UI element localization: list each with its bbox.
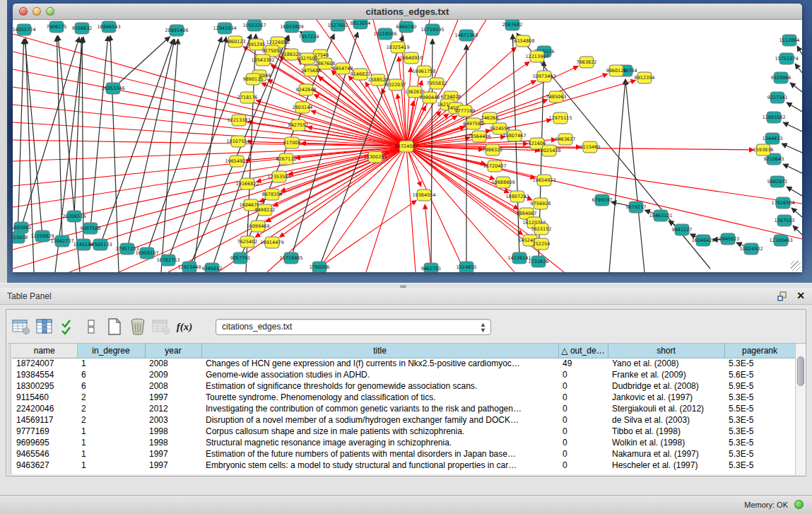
- horizontal-splitter[interactable]: [0, 283, 812, 288]
- table-cell[interactable]: 0: [558, 414, 608, 426]
- graph-node[interactable]: 9777169: [455, 105, 476, 117]
- graph-node[interactable]: 1527602: [328, 20, 348, 31]
- graph-node[interactable]: 9097588: [81, 223, 101, 234]
- table-row[interactable]: 969969511998Structural magnetic resonanc…: [12, 437, 795, 448]
- table-row[interactable]: 911546021997Tourette syndrome. Phenomeno…: [12, 392, 795, 403]
- table-cell[interactable]: 9777169: [12, 426, 77, 437]
- graph-node[interactable]: 15751074: [775, 53, 798, 64]
- graph-node[interactable]: 9860125: [606, 65, 627, 76]
- graph-node[interactable]: 6799197: [592, 194, 613, 206]
- graph-node[interactable]: 16782753: [156, 255, 180, 266]
- table-cell[interactable]: 1: [77, 448, 145, 460]
- graph-node[interactable]: 7955812: [427, 78, 447, 89]
- table-row[interactable]: 946362711997Embryonic stem cells: a mode…: [12, 460, 795, 471]
- table-cell[interactable]: 0: [558, 403, 608, 414]
- table-cell[interactable]: 9465546: [12, 448, 77, 460]
- table-cell[interactable]: 5.5E-5: [724, 403, 795, 414]
- network-window-titlebar[interactable]: citations_edges.txt: [13, 4, 802, 20]
- function-builder-icon[interactable]: f(x): [174, 316, 195, 337]
- table-cell[interactable]: Yano et al. (2008): [608, 358, 724, 369]
- row-height-icon[interactable]: [81, 316, 102, 337]
- close-panel-icon[interactable]: ✕: [796, 290, 805, 301]
- table-cell[interactable]: 0: [558, 380, 608, 392]
- table-cell[interactable]: 2008: [145, 380, 201, 392]
- table-cell[interactable]: 2: [77, 392, 145, 403]
- graph-node[interactable]: 8427552: [288, 119, 309, 131]
- table-cell[interactable]: 18300295: [12, 380, 77, 392]
- graph-node[interactable]: 7906175: [47, 21, 67, 33]
- graph-node[interactable]: 9329966: [771, 72, 792, 83]
- graph-node[interactable]: 2803144: [293, 102, 313, 113]
- table-cell[interactable]: 0: [558, 392, 608, 403]
- graph-node[interactable]: 3475685: [301, 65, 322, 76]
- table-cell[interactable]: 1998: [145, 437, 201, 448]
- table-cell[interactable]: 1: [77, 460, 145, 471]
- graph-node[interactable]: 10553267: [242, 20, 266, 31]
- table-cell[interactable]: 14569117: [12, 414, 77, 426]
- table-cell[interactable]: 2003: [145, 414, 201, 426]
- new-table-icon[interactable]: [104, 316, 125, 337]
- table-cell[interactable]: 9115460: [12, 392, 77, 403]
- table-scrollbar[interactable]: [795, 344, 805, 475]
- table-cell[interactable]: 1998: [145, 426, 201, 437]
- graph-node[interactable]: 9498222: [255, 204, 276, 216]
- graph-node[interactable]: 12353584: [267, 171, 290, 182]
- window-resize-grip[interactable]: [791, 261, 801, 271]
- graph-node[interactable]: 5692971: [767, 176, 788, 187]
- graph-node[interactable]: 16846543: [97, 21, 120, 33]
- graph-node[interactable]: 14671368: [454, 30, 478, 41]
- table-cell[interactable]: Genome-wide association studies in ADHD.: [201, 369, 558, 380]
- table-cell[interactable]: de Silva et al. (2003): [608, 414, 724, 426]
- table-cell[interactable]: 5.3E-5: [724, 358, 795, 369]
- table-settings-icon[interactable]: [11, 316, 32, 337]
- table-cell[interactable]: 49: [558, 358, 608, 369]
- table-cell[interactable]: Investigating the contribution of common…: [201, 403, 558, 414]
- table-cell[interactable]: 9463627: [12, 460, 77, 471]
- float-panel-icon[interactable]: [777, 291, 788, 302]
- table-cell[interactable]: 0: [558, 369, 608, 380]
- table-cell[interactable]: Estimation of significance thresholds fo…: [201, 380, 558, 392]
- table-row[interactable]: 977716911998Corpus callosum shape and si…: [12, 426, 795, 437]
- graph-node[interactable]: 917008: [283, 137, 301, 148]
- table-cell[interactable]: 2008: [145, 358, 201, 369]
- table-cell[interactable]: 22420046: [12, 403, 77, 414]
- graph-node[interactable]: 252254: [533, 238, 551, 250]
- graph-node[interactable]: 6497568: [464, 118, 484, 129]
- table-cell[interactable]: 2: [77, 403, 145, 414]
- network-canvas[interactable]: 1405572479061759156632168465432089140612…: [13, 20, 802, 272]
- graph-node[interactable]: 10945022: [716, 233, 739, 245]
- column-header[interactable]: △ out_de…: [558, 344, 608, 358]
- table-cell[interactable]: 5.3E-5: [724, 426, 795, 437]
- memory-status-indicator[interactable]: [794, 500, 804, 509]
- table-cell[interactable]: Tourette syndrome. Phenomenology and cla…: [201, 392, 558, 403]
- table-cell[interactable]: 19384554: [12, 369, 77, 380]
- graph-node[interactable]: 16033809: [280, 21, 303, 33]
- graph-node[interactable]: 7663822: [577, 57, 597, 68]
- table-row[interactable]: 1872400712008Changes of HCN gene express…: [12, 358, 795, 369]
- table-cell[interactable]: 5.3E-5: [724, 392, 795, 403]
- graph-node[interactable]: 9857791: [230, 252, 251, 264]
- graph-node[interactable]: 18807293: [505, 191, 529, 202]
- graph-node[interactable]: 18463101: [649, 210, 672, 221]
- graph-node[interactable]: 1790206: [310, 262, 330, 272]
- graph-node[interactable]: 15718485: [279, 252, 302, 264]
- table-cell[interactable]: 1997: [145, 448, 201, 460]
- graph-node[interactable]: 12100463: [769, 235, 792, 246]
- graph-node[interactable]: 1733426: [529, 256, 549, 267]
- column-header[interactable]: pagerank: [724, 344, 795, 358]
- graph-node[interactable]: 9462701: [421, 263, 442, 272]
- column-header[interactable]: short: [608, 344, 724, 358]
- table-cell[interactable]: 2009: [145, 369, 201, 380]
- graph-node[interactable]: 19384554: [412, 189, 435, 201]
- delete-table-icon[interactable]: [127, 316, 148, 337]
- table-cell[interactable]: Embryonic stem cells: a model to study s…: [201, 460, 558, 471]
- graph-node[interactable]: 8678354: [262, 189, 283, 200]
- graph-node[interactable]: 1593836: [753, 144, 774, 156]
- graph-node[interactable]: 1524855: [457, 262, 477, 272]
- graph-node[interactable]: 1615152: [531, 223, 552, 235]
- graph-node[interactable]: 8912354: [635, 72, 655, 83]
- table-row[interactable]: 1938455462009Genome-wide association stu…: [12, 369, 795, 380]
- table-cell[interactable]: 1: [77, 437, 145, 448]
- graph-node[interactable]: 9227341: [767, 92, 788, 103]
- select-all-icon[interactable]: [57, 316, 78, 337]
